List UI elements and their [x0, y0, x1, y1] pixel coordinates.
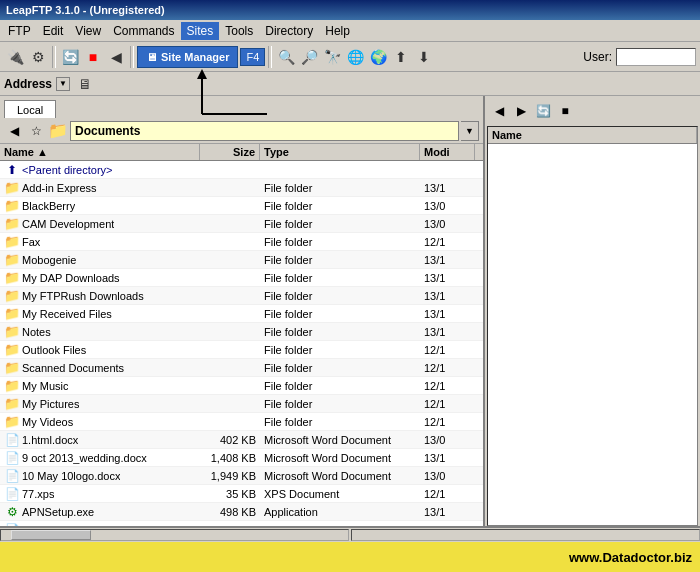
file-name: My Received Files: [22, 308, 112, 320]
right-scrollbar[interactable]: [351, 529, 700, 541]
col-header-type[interactable]: Type: [260, 144, 420, 160]
file-modified: 13/1: [420, 307, 475, 321]
table-row[interactable]: 📁MobogenieFile folder13/1: [0, 251, 483, 269]
table-row[interactable]: 📄1.html.docx402 KBMicrosoft Word Documen…: [0, 431, 483, 449]
menu-sites[interactable]: Sites: [181, 22, 220, 40]
file-name: 10 May 10logo.docx: [22, 470, 120, 482]
table-row[interactable]: 📄9 oct 2013_wedding.docx1,408 KBMicrosof…: [0, 449, 483, 467]
toolbar-btn-search[interactable]: 🔍: [275, 46, 297, 68]
table-row[interactable]: 📁My Received FilesFile folder13/1: [0, 305, 483, 323]
file-modified: 13/0: [420, 523, 475, 527]
separator-2: [130, 46, 134, 68]
scrollbar-thumb[interactable]: [11, 530, 91, 540]
file-icon: 📁: [4, 288, 20, 304]
col-header-modified[interactable]: Modi: [420, 144, 475, 160]
file-icon: ⬆: [4, 162, 20, 178]
address-bar: Address ▼ 🖥: [0, 72, 700, 96]
menu-edit[interactable]: Edit: [37, 22, 70, 40]
toolbar-btn-glob1[interactable]: 🌐: [344, 46, 366, 68]
address-dropdown-button[interactable]: ▼: [56, 77, 70, 91]
menu-directory[interactable]: Directory: [259, 22, 319, 40]
file-list[interactable]: Name ▲ Size Type Modi ⬆<Parent directory…: [0, 144, 483, 526]
table-row[interactable]: 📄asdasda.xps84 KBXPS Document13/0: [0, 521, 483, 526]
table-row[interactable]: 📁My FTPRush DownloadsFile folder13/1: [0, 287, 483, 305]
toolbar-btn-1[interactable]: 🔌: [4, 46, 26, 68]
file-modified: 13/0: [420, 199, 475, 213]
file-icon: 📁: [4, 270, 20, 286]
toolbar-btn-back[interactable]: ◀: [105, 46, 127, 68]
toolbar-btn-2[interactable]: ⚙: [27, 46, 49, 68]
right-refresh-btn[interactable]: 🔄: [533, 101, 553, 121]
table-row[interactable]: 📁My PicturesFile folder12/1: [0, 395, 483, 413]
table-row[interactable]: 📄10 May 10logo.docx1,949 KBMicrosoft Wor…: [0, 467, 483, 485]
table-row[interactable]: ⚙APNSetup.exe498 KBApplication13/1: [0, 503, 483, 521]
file-icon: 📁: [4, 396, 20, 412]
menu-commands[interactable]: Commands: [107, 22, 180, 40]
file-name: Outlook Files: [22, 344, 86, 356]
menu-help[interactable]: Help: [319, 22, 356, 40]
right-panel: ◀ ▶ 🔄 ■ Name: [485, 96, 700, 526]
left-scrollbar[interactable]: [0, 529, 349, 541]
menu-tools[interactable]: Tools: [219, 22, 259, 40]
toolbar-btn-binoculars[interactable]: 🔭: [321, 46, 343, 68]
path-dropdown-button[interactable]: ▼: [461, 121, 479, 141]
table-row[interactable]: 📁FaxFile folder12/1: [0, 233, 483, 251]
separator-3: [268, 46, 272, 68]
table-row[interactable]: 📁BlackBerryFile folder13/0: [0, 197, 483, 215]
file-type: File folder: [260, 397, 420, 411]
table-row[interactable]: 📁Outlook FilesFile folder12/1: [0, 341, 483, 359]
right-fwd-btn[interactable]: ▶: [511, 101, 531, 121]
file-size: [200, 223, 260, 225]
file-size: [200, 421, 260, 423]
col-header-size[interactable]: Size: [200, 144, 260, 160]
file-modified: [420, 169, 475, 171]
file-rows-container: ⬆<Parent directory>📁Add-in ExpressFile f…: [0, 161, 483, 526]
table-row[interactable]: 📄77.xps35 KBXPS Document12/1: [0, 485, 483, 503]
table-row[interactable]: 📁CAM DevelopmentFile folder13/0: [0, 215, 483, 233]
table-row[interactable]: ⬆<Parent directory>: [0, 161, 483, 179]
path-bar: ◀ ☆ 📁 ▼: [0, 118, 483, 144]
right-back-btn[interactable]: ◀: [489, 101, 509, 121]
file-icon: 📁: [4, 216, 20, 232]
toolbar-btn-find[interactable]: 🔎: [298, 46, 320, 68]
right-file-list: Name: [487, 126, 698, 526]
right-col-name[interactable]: Name: [488, 127, 697, 143]
file-name: Scanned Documents: [22, 362, 124, 374]
path-back-button[interactable]: ◀: [4, 121, 24, 141]
toolbar-btn-up[interactable]: ⬆: [390, 46, 412, 68]
site-manager-button[interactable]: 🖥 Site Manager: [137, 46, 238, 68]
file-name: CAM Development: [22, 218, 114, 230]
file-name: asdasda.xps: [22, 524, 84, 527]
table-row[interactable]: 📁My MusicFile folder12/1: [0, 377, 483, 395]
file-modified: 13/1: [420, 325, 475, 339]
file-type: Microsoft Word Document: [260, 469, 420, 483]
table-row[interactable]: 📁My VideosFile folder12/1: [0, 413, 483, 431]
file-modified: 12/1: [420, 397, 475, 411]
toolbar-btn-down[interactable]: ⬇: [413, 46, 435, 68]
file-icon: 📁: [4, 324, 20, 340]
path-star-button[interactable]: ☆: [26, 121, 46, 141]
toolbar-btn-refresh[interactable]: 🔄: [59, 46, 81, 68]
table-row[interactable]: 📁My DAP DownloadsFile folder13/1: [0, 269, 483, 287]
menu-view[interactable]: View: [69, 22, 107, 40]
table-row[interactable]: 📁Add-in ExpressFile folder13/1: [0, 179, 483, 197]
file-type: File folder: [260, 325, 420, 339]
path-input[interactable]: [70, 121, 459, 141]
file-icon: 📁: [4, 252, 20, 268]
file-name: 1.html.docx: [22, 434, 78, 446]
col-header-name[interactable]: Name ▲: [0, 144, 200, 160]
toolbar-btn-glob2[interactable]: 🌍: [367, 46, 389, 68]
file-size: 1,408 KB: [200, 451, 260, 465]
user-input[interactable]: [616, 48, 696, 66]
file-size: [200, 385, 260, 387]
menu-ftp[interactable]: FTP: [2, 22, 37, 40]
right-stop-btn[interactable]: ■: [555, 101, 575, 121]
file-icon: 📁: [4, 234, 20, 250]
toolbar-btn-stop[interactable]: ■: [82, 46, 104, 68]
table-row[interactable]: 📁NotesFile folder13/1: [0, 323, 483, 341]
table-row[interactable]: 📁Scanned DocumentsFile folder12/1: [0, 359, 483, 377]
address-icon-btn[interactable]: 🖥: [74, 73, 96, 95]
file-modified: 13/1: [420, 253, 475, 267]
tab-local[interactable]: Local: [4, 100, 56, 118]
file-icon: 📄: [4, 468, 20, 484]
